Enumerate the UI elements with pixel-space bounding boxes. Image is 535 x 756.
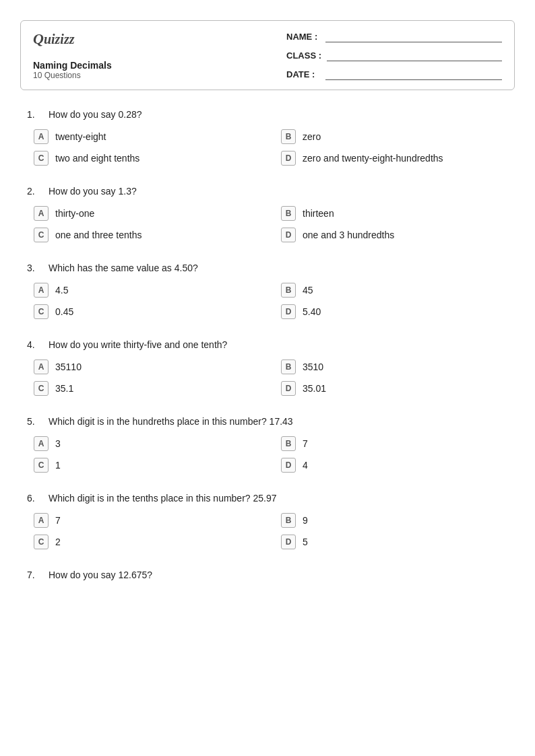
question-block-3: 3.Which has the same value as 4.50?A4.5B… — [27, 263, 508, 319]
option-letter-1-d: D — [281, 151, 296, 166]
header-right: NAME : CLASS : DATE : — [286, 30, 502, 80]
option-text-1-c: two and eight tenths — [55, 153, 139, 164]
question-text-7: 7.How do you say 12.675? — [27, 570, 508, 580]
option-2-d[interactable]: Done and 3 hundredths — [281, 228, 508, 242]
class-label: CLASS : — [286, 50, 321, 61]
option-3-d[interactable]: D5.40 — [281, 304, 508, 319]
option-1-c[interactable]: Ctwo and eight tenths — [34, 151, 261, 166]
question-block-4: 4.How do you write thirty-five and one t… — [27, 339, 508, 396]
option-1-a[interactable]: Atwenty-eight — [34, 129, 261, 144]
option-letter-4-c: C — [34, 381, 49, 396]
option-3-c[interactable]: C0.45 — [34, 304, 261, 319]
option-text-1-a: twenty-eight — [55, 131, 106, 142]
option-6-c[interactable]: C2 — [34, 535, 261, 549]
question-number-7: 7. — [27, 570, 42, 580]
question-body-5: Which digit is in the hundreths place in… — [49, 416, 293, 427]
question-number-1: 1. — [27, 109, 42, 120]
option-text-6-d: 5 — [303, 537, 308, 547]
option-text-6-c: 2 — [55, 537, 61, 547]
quiz-title: Naming Decimals — [33, 60, 112, 71]
quiz-subtitle: 10 Questions — [33, 71, 112, 80]
option-1-b[interactable]: Bzero — [281, 129, 508, 144]
options-grid-5: A3B7C1D4 — [27, 436, 508, 473]
question-body-1: How do you say 0.28? — [49, 109, 142, 120]
option-text-3-a: 4.5 — [55, 285, 68, 296]
question-text-1: 1.How do you say 0.28? — [27, 109, 508, 120]
question-block-1: 1.How do you say 0.28?Atwenty-eightBzero… — [27, 109, 508, 166]
option-5-c[interactable]: C1 — [34, 458, 261, 473]
question-number-5: 5. — [27, 416, 42, 427]
options-grid-6: A7B9C2D5 — [27, 513, 508, 549]
option-6-b[interactable]: B9 — [281, 513, 508, 528]
option-6-d[interactable]: D5 — [281, 535, 508, 549]
option-text-6-a: 7 — [55, 515, 61, 526]
question-number-3: 3. — [27, 263, 42, 273]
option-letter-3-c: C — [34, 304, 49, 319]
question-body-2: How do you say 1.3? — [49, 186, 137, 197]
option-2-b[interactable]: Bthirteen — [281, 206, 508, 221]
option-letter-6-d: D — [281, 535, 296, 549]
option-4-c[interactable]: C35.1 — [34, 381, 261, 396]
option-letter-2-a: A — [34, 206, 49, 221]
option-3-b[interactable]: B45 — [281, 283, 508, 298]
class-field-row: CLASS : — [286, 49, 502, 61]
option-text-6-b: 9 — [303, 515, 308, 526]
option-letter-5-b: B — [281, 436, 296, 451]
option-text-2-d: one and 3 hundredths — [303, 230, 394, 240]
question-text-3: 3.Which has the same value as 4.50? — [27, 263, 508, 273]
class-line — [327, 49, 502, 61]
option-letter-6-b: B — [281, 513, 296, 528]
option-text-5-d: 4 — [303, 460, 308, 471]
option-5-b[interactable]: B7 — [281, 436, 508, 451]
option-text-5-c: 1 — [55, 460, 61, 471]
question-block-7: 7.How do you say 12.675? — [27, 570, 508, 580]
logo-q: Q — [33, 30, 44, 48]
option-text-2-b: thirteen — [303, 208, 334, 219]
question-block-6: 6.Which digit is in the tenths place in … — [27, 493, 508, 549]
option-letter-3-a: A — [34, 283, 49, 298]
option-text-5-b: 7 — [303, 438, 308, 449]
option-letter-5-c: C — [34, 458, 49, 473]
option-2-c[interactable]: Cone and three tenths — [34, 228, 261, 242]
question-body-4: How do you write thirty-five and one ten… — [49, 339, 227, 350]
option-4-b[interactable]: B3510 — [281, 359, 508, 374]
question-body-7: How do you say 12.675? — [49, 570, 152, 580]
options-grid-2: Athirty-oneBthirteenCone and three tenth… — [27, 206, 508, 242]
option-4-d[interactable]: D35.01 — [281, 381, 508, 396]
header-left: Q uizizz Naming Decimals 10 Questions — [33, 30, 112, 80]
question-text-2: 2.How do you say 1.3? — [27, 186, 508, 197]
option-letter-6-c: C — [34, 535, 49, 549]
option-text-5-a: 3 — [55, 438, 61, 449]
date-line — [325, 68, 502, 80]
option-5-d[interactable]: D4 — [281, 458, 508, 473]
option-letter-1-a: A — [34, 129, 49, 144]
question-block-5: 5.Which digit is in the hundreths place … — [27, 416, 508, 473]
name-field-row: NAME : — [286, 30, 502, 42]
logo: Q uizizz — [33, 30, 112, 48]
option-text-2-a: thirty-one — [55, 208, 94, 219]
option-4-a[interactable]: A35110 — [34, 359, 261, 374]
option-text-3-d: 5.40 — [303, 306, 321, 317]
option-letter-2-b: B — [281, 206, 296, 221]
option-5-a[interactable]: A3 — [34, 436, 261, 451]
option-text-4-b: 3510 — [303, 362, 323, 372]
option-letter-1-c: C — [34, 151, 49, 166]
header-box: Q uizizz Naming Decimals 10 Questions NA… — [20, 20, 515, 90]
option-6-a[interactable]: A7 — [34, 513, 261, 528]
option-1-d[interactable]: Dzero and twenty-eight-hundredths — [281, 151, 508, 166]
option-letter-3-d: D — [281, 304, 296, 319]
option-letter-2-c: C — [34, 228, 49, 242]
option-letter-4-a: A — [34, 359, 49, 374]
option-2-a[interactable]: Athirty-one — [34, 206, 261, 221]
option-text-3-c: 0.45 — [55, 306, 73, 317]
option-letter-5-d: D — [281, 458, 296, 473]
question-number-4: 4. — [27, 339, 42, 350]
option-letter-2-d: D — [281, 228, 296, 242]
date-label: DATE : — [286, 69, 320, 79]
option-3-a[interactable]: A4.5 — [34, 283, 261, 298]
logo-rest: uizizz — [44, 32, 75, 47]
option-letter-3-b: B — [281, 283, 296, 298]
question-text-4: 4.How do you write thirty-five and one t… — [27, 339, 508, 350]
name-line — [325, 30, 502, 42]
options-grid-4: A35110B3510C35.1D35.01 — [27, 359, 508, 396]
